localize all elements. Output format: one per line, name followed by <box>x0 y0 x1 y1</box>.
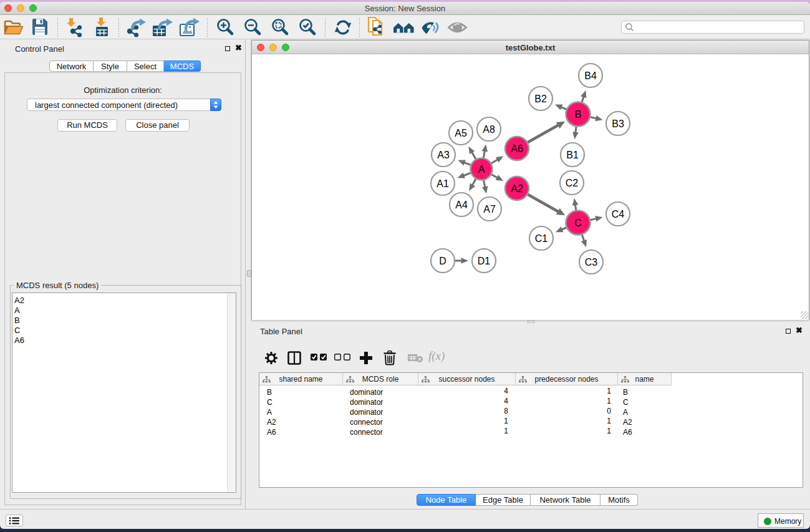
svg-text:A6: A6 <box>511 143 523 154</box>
svg-text:A2: A2 <box>511 183 523 194</box>
svg-text:A1: A1 <box>436 178 449 189</box>
svg-text:C: C <box>574 218 582 228</box>
svg-text:A8: A8 <box>483 124 495 135</box>
svg-text:A7: A7 <box>483 204 496 215</box>
svg-text:B3: B3 <box>612 118 624 129</box>
svg-text:C4: C4 <box>612 209 625 220</box>
svg-text:B4: B4 <box>584 70 597 81</box>
svg-text:A3: A3 <box>437 150 450 160</box>
svg-text:D: D <box>439 256 446 266</box>
svg-text:B2: B2 <box>534 94 547 104</box>
svg-text:A5: A5 <box>455 128 467 138</box>
svg-text:C2: C2 <box>566 178 579 188</box>
svg-text:B1: B1 <box>566 150 579 160</box>
svg-text:C1: C1 <box>535 233 548 244</box>
svg-text:A: A <box>478 164 485 175</box>
svg-text:B: B <box>575 109 582 120</box>
svg-text:C3: C3 <box>585 257 598 268</box>
svg-text:D1: D1 <box>478 256 491 266</box>
svg-text:A4: A4 <box>455 200 468 210</box>
